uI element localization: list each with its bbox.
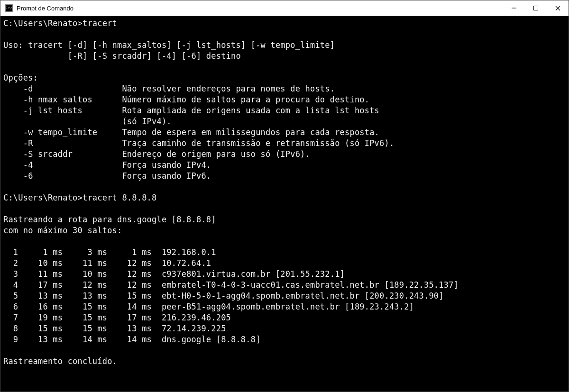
hop-line: 8 15 ms 15 ms 13 ms 72.14.239.225 <box>3 324 226 333</box>
hop-line: 6 16 ms 15 ms 14 ms peer-B51-agg04.spomb… <box>3 302 414 311</box>
titlebar[interactable]: C:\\ Prompt de Comando <box>0 0 569 16</box>
hop-line: 3 11 ms 10 ms 12 ms c937e801.virtua.com.… <box>3 269 345 279</box>
window-controls <box>503 0 569 16</box>
minimize-button[interactable] <box>503 0 525 16</box>
option-line: -j lst_hosts Rota ampliada de origens us… <box>3 106 379 115</box>
hop-line: 4 17 ms 12 ms 12 ms embratel-T0-4-0-3-ua… <box>3 280 459 290</box>
option-line: -w tempo_limite Tempo de espera em milis… <box>3 128 379 137</box>
option-line: -h nmax_saltos Número máximo de saltos p… <box>3 95 369 104</box>
hop-line: 7 19 ms 15 ms 17 ms 216.239.46.205 <box>3 313 231 322</box>
terminal-output[interactable]: C:\Users\Renato>tracert Uso: tracert [-d… <box>0 16 569 392</box>
option-line: (só IPv4). <box>3 117 172 126</box>
hop-line: 2 10 ms 11 ms 12 ms 10.72.64.1 <box>3 258 211 268</box>
window-title: Prompt de Comando <box>17 5 503 12</box>
option-line: -R Traça caminho de transmissão e retran… <box>3 138 394 148</box>
option-line: -S srcaddr Endereço de origem para uso s… <box>3 149 310 159</box>
hop-line: 1 1 ms 3 ms 1 ms 192.168.0.1 <box>3 247 216 257</box>
svg-rect-1 <box>534 6 538 10</box>
usage-line: Uso: tracert [-d] [-h nmax_saltos] [-j l… <box>3 40 335 50</box>
close-button[interactable] <box>547 0 569 16</box>
option-line: -d Não resolver endereços para nomes de … <box>3 84 335 93</box>
trace-done: Rastreamento concluído. <box>3 356 117 366</box>
prompt-line: C:\Users\Renato>tracert <box>3 18 117 28</box>
hop-line: 9 13 ms 14 ms 14 ms dns.google [8.8.8.8] <box>3 335 261 344</box>
option-line: -4 Força usando IPv4. <box>3 160 211 170</box>
option-line: -6 Força usando IPv6. <box>3 171 211 181</box>
hop-line: 5 13 ms 13 ms 15 ms ebt-H0-5-0-1-agg04.s… <box>3 291 444 301</box>
command-prompt-window: C:\\ Prompt de Comando C:\Users\Renato>t… <box>0 0 569 392</box>
maximize-button[interactable] <box>525 0 547 16</box>
trace-header: com no máximo 30 saltos: <box>3 226 122 235</box>
options-header: Opções: <box>3 73 38 82</box>
trace-header: Rastreando a rota para dns.google [8.8.8… <box>3 215 216 224</box>
usage-line: [-R] [-S srcaddr] [-4] [-6] destino <box>3 51 241 61</box>
cmd-icon: C:\\ <box>5 4 13 12</box>
prompt-line: C:\Users\Renato>tracert 8.8.8.8 <box>3 193 156 202</box>
